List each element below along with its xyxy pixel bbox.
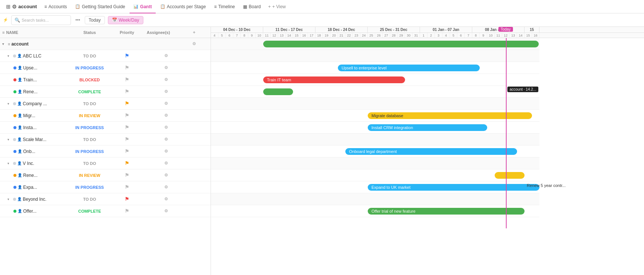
gantt-bar[interactable] — [495, 172, 525, 179]
tab-board[interactable]: ▦ Board — [239, 0, 264, 13]
gantt-week-cell: 11 Dec - 17 Dec — [263, 27, 315, 32]
gantt-bar[interactable]: Onboard legal department — [345, 148, 517, 155]
main-content: ≡ NAME Status Priority Assignee(s) + ▾ ≡… — [0, 27, 644, 275]
tab-accounts[interactable]: ≡ Accounts — [41, 0, 71, 13]
offer-name: 👤 Offer... — [0, 209, 69, 214]
dot-beyond — [13, 198, 16, 201]
gantt-row — [211, 157, 539, 169]
task-row-migrate: 👤 Migr... IN REVIEW ⚑ ⚙ — [0, 110, 211, 122]
migrate-name: 👤 Migr... — [0, 113, 69, 118]
task-row-renew-vinc: 👤 Rene... IN REVIEW ⚑ ⚙ — [0, 169, 211, 181]
gear-icon-vinc[interactable]: ⚙ — [164, 161, 168, 166]
tab-gantt[interactable]: 📊 Gantt — [130, 0, 155, 13]
gantt-day-cell: 29 — [398, 33, 405, 38]
expand-icon-beyond[interactable]: ▾ — [7, 197, 12, 201]
gantt-bar[interactable]: Upsell to enterprise level — [338, 65, 480, 71]
task-row-expand: 👤 Expa... IN PROGRESS ⚑ ⚙ — [0, 181, 211, 193]
install-status: IN PROGRESS — [69, 125, 110, 130]
gantt-day-cell: 11 — [263, 33, 271, 38]
beyond-status: TO DO — [69, 197, 110, 201]
flag-beyond: ⚑ — [125, 196, 129, 202]
expand-icon-scale[interactable]: ▾ — [7, 138, 12, 141]
more-options-button[interactable]: ••• — [74, 18, 82, 23]
today-button[interactable]: Today — [85, 16, 105, 24]
gantt-day-cell: 4 — [211, 33, 218, 38]
search-icon: 🔍 — [15, 18, 20, 23]
expand-icon[interactable]: ▾ — [2, 42, 7, 46]
dot-upsell — [13, 66, 16, 69]
gantt-row — [211, 50, 539, 62]
expand-icon[interactable]: ▾ — [7, 54, 12, 58]
install-priority: ⚑ — [110, 125, 144, 130]
gantt-bar[interactable]: Train IT team — [263, 76, 405, 83]
account-gear[interactable]: ⚙ — [189, 41, 200, 46]
dot-train — [13, 78, 16, 81]
company-status: TO DO — [69, 101, 110, 106]
flag-company: ⚑ — [125, 101, 129, 106]
gear-icon-migrate[interactable]: ⚙ — [164, 113, 168, 118]
task-row-offer: 👤 Offer... COMPLETE ⚑ ⚙ — [0, 205, 211, 217]
train-assignee: ⚙ — [144, 77, 189, 82]
task-row-upsell: 👤 Upse... IN PROGRESS ⚑ ⚙ — [0, 62, 211, 74]
gantt-day-cell: 5 — [218, 33, 226, 38]
gear-icon-scale[interactable]: ⚙ — [164, 137, 168, 142]
gantt-day-row: 4567891011121314151617181920212223242526… — [211, 33, 644, 38]
gantt-bar[interactable] — [263, 88, 293, 95]
gantt-row: Onboard legal department — [211, 146, 539, 157]
gear-icon-onboard[interactable]: ⚙ — [164, 149, 168, 154]
gantt-row: Upsell to enterprise level — [211, 62, 539, 74]
gantt-bar[interactable]: Install CRM integration — [368, 124, 487, 131]
vinc-priority: ⚑ — [110, 160, 144, 166]
gantt-row — [211, 38, 539, 50]
gear-icon-expand[interactable]: ⚙ — [164, 185, 168, 190]
offer-label: Offer... — [23, 209, 37, 214]
gantt-row — [211, 169, 539, 181]
gantt-bar[interactable]: Offer trial of new feature — [368, 208, 525, 215]
add-column-button[interactable]: + — [189, 30, 200, 35]
gear-icon-install[interactable]: ⚙ — [164, 125, 168, 130]
company-priority: ⚑ — [110, 101, 144, 106]
flag-scale: ⚑ — [125, 137, 129, 142]
filter-icon: ⚡ — [3, 18, 8, 22]
gantt-day-cell: 30 — [405, 33, 413, 38]
gear-icon-offer[interactable]: ⚙ — [164, 209, 168, 213]
tab-timeline[interactable]: ≡ Timeline — [210, 0, 239, 13]
tab-accounts-per-stage[interactable]: 📋 Accounts per Stage — [156, 0, 210, 13]
account-label: account — [11, 41, 28, 47]
gantt-day-cell: 12 — [271, 33, 278, 38]
gantt-day-cell: 9 — [480, 33, 487, 38]
search-box[interactable]: 🔍 Search tasks... — [11, 15, 71, 25]
gantt-bar[interactable] — [263, 41, 539, 47]
abc-llc-status: TO DO — [69, 54, 110, 58]
renew-vinc-name: 👤 Rene... — [0, 173, 69, 178]
week-day-button[interactable]: 📅 Week/Day — [108, 16, 143, 24]
gantt-bar[interactable]: Migrate database — [368, 112, 532, 119]
list-icon: ≡ — [8, 42, 10, 46]
gear-icon-company[interactable]: ⚙ — [164, 101, 168, 106]
gantt-day-cell: 13 — [278, 33, 286, 38]
gear-icon-train[interactable]: ⚙ — [164, 77, 168, 82]
onboard-priority: ⚑ — [110, 149, 144, 154]
beyond-label: Beyond Inc. — [23, 197, 46, 202]
flag-renew-abc: ⚑ — [125, 89, 129, 94]
add-view-button[interactable]: + + View — [265, 4, 289, 9]
abc-llc-name: ▾ 👤 ABC LLC — [0, 53, 69, 59]
gantt-day-cell: 25 — [368, 33, 375, 38]
gear-icon-renew-vinc[interactable]: ⚙ — [164, 173, 168, 178]
gear-icon-renew-abc[interactable]: ⚙ — [164, 89, 168, 94]
upsell-label: Upse... — [23, 65, 37, 71]
expand-icon-company[interactable]: ▾ — [7, 102, 12, 106]
gantt-day-cell: 14 — [286, 33, 293, 38]
timeline-tab-icon: ≡ — [214, 4, 217, 9]
upsell-assignee: ⚙ — [144, 65, 189, 70]
gear-icon-beyond[interactable]: ⚙ — [164, 197, 168, 201]
gear-icon-upsell[interactable]: ⚙ — [164, 65, 168, 70]
filter-rows-icon[interactable]: ≡ — [2, 30, 4, 35]
gantt-day-cell: 13 — [510, 33, 517, 38]
tab-getting-started[interactable]: 📋 Getting Started Guide — [71, 0, 129, 13]
gantt-bar[interactable]: Expand to UK market — [368, 184, 539, 191]
scale-status: TO DO — [69, 137, 110, 142]
expand-icon-vinc[interactable]: ▾ — [7, 162, 12, 165]
search-placeholder: Search tasks... — [22, 18, 49, 22]
gear-icon-abc[interactable]: ⚙ — [164, 53, 168, 58]
